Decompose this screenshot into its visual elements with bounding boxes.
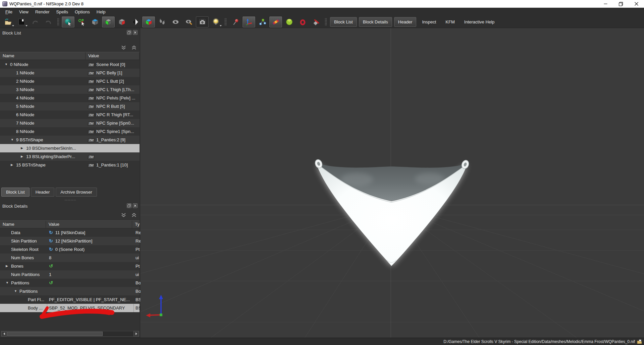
collapse-arrow-icon[interactable]: ▼ xyxy=(11,136,14,144)
column-header-type[interactable]: Ty xyxy=(132,221,140,228)
column-header-value[interactable]: Value xyxy=(86,52,140,60)
block-details-row[interactable]: ▶Bones↺Pt xyxy=(0,262,140,270)
cube-side-face-button[interactable] xyxy=(115,16,128,27)
double-sided-button[interactable] xyxy=(129,16,142,27)
block-list-row[interactable]: 3 NiNodeTxtNPC L Thigh [LTh... xyxy=(0,85,140,94)
timer-button[interactable] xyxy=(283,16,296,27)
toolbar-button-interactive-help[interactable]: Interactive Help xyxy=(461,17,498,26)
float-panel-icon[interactable] xyxy=(127,30,131,35)
scroll-left-arrow[interactable] xyxy=(1,331,7,336)
pin-button[interactable] xyxy=(229,16,242,27)
double-chevron-down-icon[interactable] xyxy=(121,213,126,217)
float-panel-icon[interactable] xyxy=(127,203,131,208)
dropdown-arrow-icon[interactable] xyxy=(25,25,28,26)
restore-button[interactable] xyxy=(613,0,629,8)
redo-button[interactable] xyxy=(42,16,55,27)
column-header-value[interactable]: Value xyxy=(46,221,132,228)
scroll-right-arrow[interactable] xyxy=(133,331,139,337)
cube-front-face-button[interactable] xyxy=(102,16,115,27)
column-header-name[interactable]: Name xyxy=(0,221,46,228)
menu-options[interactable]: Options xyxy=(71,8,93,15)
vertex-selection-sphere-button[interactable] xyxy=(62,16,74,27)
toolbar-button-header[interactable]: Header xyxy=(394,17,417,27)
row-name: Num Bones xyxy=(11,254,34,262)
row-value: TxtNPC Spine [Spn0... xyxy=(88,119,134,127)
expand-arrow-icon[interactable]: ▶ xyxy=(21,144,23,152)
show-nodes-eye-button[interactable] xyxy=(169,16,182,27)
menu-view[interactable]: View xyxy=(16,8,32,15)
axes-button[interactable] xyxy=(243,16,255,27)
menu-render[interactable]: Render xyxy=(32,8,53,15)
block-details-row[interactable]: Part Fl...PF_EDITOR_VISIBLE | PF_START_N… xyxy=(0,295,140,304)
screenshot-camera-button[interactable] xyxy=(196,16,209,27)
expand-arrow-icon[interactable]: ▶ xyxy=(11,161,13,169)
nodes-graph-button[interactable] xyxy=(256,16,269,27)
close-panel-icon[interactable] xyxy=(133,203,138,208)
horizontal-scrollbar[interactable] xyxy=(1,331,139,337)
scrollbar-thumb[interactable] xyxy=(7,332,103,336)
collapse-arrow-icon[interactable]: ▼ xyxy=(5,60,8,69)
block-details-row[interactable]: ▼Partitions↺Bo xyxy=(0,279,140,287)
block-list-row[interactable]: 5 NiNodeTxtNPC R Butt [5] xyxy=(0,102,140,111)
block-list-row[interactable]: 7 NiNodeTxtNPC Spine [Spn0... xyxy=(0,119,140,127)
rgb-cube-button[interactable] xyxy=(142,16,155,27)
close-panel-icon[interactable] xyxy=(133,30,138,35)
menu-file[interactable]: File xyxy=(2,8,16,15)
column-header-name[interactable]: Name xyxy=(0,52,86,60)
dropdown-arrow-icon[interactable] xyxy=(220,25,222,26)
block-list-row[interactable]: ▼9 BSTriShapeTxt1_Panties:2 [9] xyxy=(0,136,140,144)
open-file-button[interactable] xyxy=(2,16,14,27)
cube-top-face-button[interactable] xyxy=(89,16,101,27)
tab-block-list[interactable]: Block List xyxy=(1,188,30,197)
vertex-points-button[interactable] xyxy=(75,16,88,27)
block-list-row[interactable]: 8 NiNodeTxtNPC Spine1 [Spn... xyxy=(0,127,140,136)
menu-help[interactable]: Help xyxy=(93,8,109,15)
toolbar-button-inspect[interactable]: Inspect xyxy=(418,17,440,26)
row-type: Pt xyxy=(136,245,140,254)
block-list-row[interactable]: 4 NiNodeTxtNPC Pelvis [Pelv] ... xyxy=(0,94,140,102)
footsteps-button[interactable] xyxy=(156,16,168,27)
toolbar-button-kfm[interactable]: KFM xyxy=(442,17,458,26)
save-file-button[interactable] xyxy=(15,16,28,27)
block-list-row[interactable]: ▼0 NiNodeTxtScene Root [0] xyxy=(0,60,140,69)
undo-button[interactable] xyxy=(29,16,41,27)
block-list-row[interactable]: 2 NiNodeTxtNPC L Butt [2] xyxy=(0,77,140,85)
row-name: Data xyxy=(11,228,20,237)
lighting-bulb-button[interactable] xyxy=(209,16,222,27)
block-list-row[interactable]: 6 NiNodeTxtNPC R Thigh [RT... xyxy=(0,111,140,119)
double-chevron-down-icon[interactable] xyxy=(121,46,126,50)
block-details-row[interactable]: Body ...SBP_52_MOD_PELVIS_SECONDARYBS xyxy=(0,304,140,312)
tab-header[interactable]: Header xyxy=(31,188,55,197)
block-details-row[interactable]: Num Bones8ui xyxy=(0,254,140,262)
eraser-button[interactable] xyxy=(310,16,322,27)
row-value: ↺ xyxy=(49,262,53,270)
block-list-row[interactable]: 1 NiNodeTxtNPC Belly [1] xyxy=(0,69,140,77)
block-list-row[interactable]: ▶10 BSDismemberSkinIn... xyxy=(0,144,140,152)
block-details-row[interactable]: Skin Partition↻12 [NiSkinPartition]Re xyxy=(0,237,140,245)
expand-arrow-icon[interactable]: ▶ xyxy=(6,262,8,270)
menu-spells[interactable]: Spells xyxy=(53,8,71,15)
tab-archive-browser[interactable]: Archive Browser xyxy=(56,188,97,197)
collapse-arrow-icon[interactable]: ▼ xyxy=(6,279,9,287)
animation-gradient-button[interactable] xyxy=(269,16,282,27)
toolbar-button-block-details[interactable]: Block Details xyxy=(359,17,392,27)
viewport-3d[interactable] xyxy=(141,28,644,338)
double-chevron-up-icon[interactable] xyxy=(131,46,137,50)
dropdown-arrow-icon[interactable] xyxy=(12,25,14,26)
row-name: 3 NiNode xyxy=(16,85,34,94)
block-details-row[interactable]: Skeleton Root↻0 (Scene Root)Pt xyxy=(0,245,140,254)
panel-splitter-handle[interactable] xyxy=(0,200,140,201)
collapse-arrow-icon[interactable]: ▼ xyxy=(14,287,17,295)
block-list-row[interactable]: ▶13 BSLightingShaderPr...Txt xyxy=(0,152,140,161)
selection-ring-button[interactable] xyxy=(296,16,309,27)
expand-arrow-icon[interactable]: ▶ xyxy=(21,152,23,161)
minimize-button[interactable] xyxy=(598,0,613,8)
edit-visibility-eye-button[interactable] xyxy=(182,16,195,27)
close-button[interactable] xyxy=(629,0,644,8)
double-chevron-up-icon[interactable] xyxy=(131,213,137,217)
block-details-row[interactable]: Data↻11 [NiSkinData]Re xyxy=(0,228,140,237)
block-details-row[interactable]: ▼PartitionsBo xyxy=(0,287,140,295)
toolbar-button-block-list[interactable]: Block List xyxy=(330,17,357,27)
block-list-row[interactable]: ▶15 BSTriShapeTxt1_Panties:1 [10] xyxy=(0,161,140,169)
block-details-row[interactable]: Num Partitions1ui xyxy=(0,270,140,279)
